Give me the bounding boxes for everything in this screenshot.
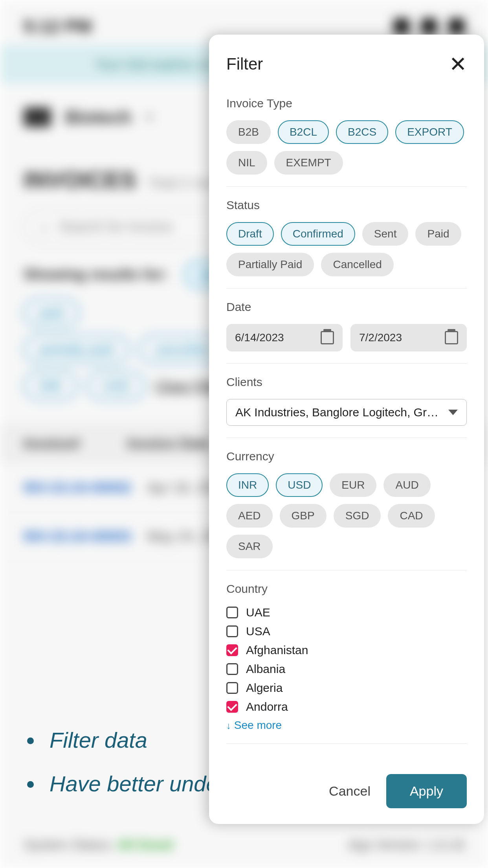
date-to-input[interactable]: 7/2/2023 (350, 324, 467, 351)
section-status: Status DraftConfirmedSentPaidPartially P… (226, 187, 467, 289)
clients-select[interactable]: AK Industries, Banglore Logitech, Gr… (226, 399, 467, 426)
country-label: UAE (246, 606, 270, 619)
section-currency: Currency INRUSDEURAUDAEDGBPSGDCADSAR (226, 438, 467, 570)
status-chip-partially-paid[interactable]: Partially Paid (226, 253, 314, 276)
currency-chip-inr[interactable]: INR (226, 473, 269, 497)
currency-chip-sgd[interactable]: SGD (334, 504, 381, 528)
country-label: USA (246, 625, 270, 638)
filter-chip[interactable]: partially paid (24, 335, 129, 364)
country-checkbox-albania[interactable]: Albania (226, 662, 467, 676)
country-label: Albania (246, 662, 285, 676)
apply-button[interactable]: Apply (386, 774, 467, 808)
invoice-type-chip-exempt[interactable]: EXEMPT (274, 151, 343, 175)
country-checkbox-usa[interactable]: USA (226, 625, 467, 638)
calendar-icon (321, 331, 334, 344)
currency-chip-eur[interactable]: EUR (330, 473, 376, 497)
signal-icon (421, 18, 437, 34)
country-checkbox-algeria[interactable]: Algeria (226, 681, 467, 695)
country-checkbox-afghanistan[interactable]: Afghanistan (226, 644, 467, 657)
date-to-value: 7/2/2023 (359, 331, 402, 344)
chevron-down-icon[interactable]: ▾ (146, 109, 153, 125)
page-title: INVOICES (24, 166, 136, 193)
currency-chip-gbp[interactable]: GBP (280, 504, 327, 528)
status-chip-sent[interactable]: Sent (362, 222, 409, 246)
section-date: Date 6/14/2023 7/2/2023 (226, 289, 467, 364)
filter-chip[interactable]: INR (24, 371, 77, 400)
invoice-type-chip-nil[interactable]: NIL (226, 151, 267, 175)
country-label: Afghanistan (246, 644, 308, 657)
invoice-type-chip-b2cs[interactable]: B2CS (336, 120, 388, 144)
checkbox-icon (226, 663, 238, 675)
country-checkbox-andorra[interactable]: Andorra (226, 700, 467, 714)
wifi-icon (394, 18, 409, 34)
col-invoice: Invoice# (24, 436, 80, 452)
see-more-link[interactable]: ↓ See more (226, 719, 467, 732)
currency-chip-aud[interactable]: AUD (383, 473, 430, 497)
caret-down-icon (448, 410, 458, 415)
battery-icon (449, 18, 464, 34)
currency-chip-aed[interactable]: AED (226, 504, 273, 528)
footer: System Status: All Good App Version: 1.6… (0, 821, 488, 868)
invoice-type-chip-b2cl[interactable]: B2CL (278, 120, 329, 144)
status-chip-paid[interactable]: Paid (415, 222, 461, 246)
status-chip-confirmed[interactable]: Confirmed (281, 222, 355, 246)
checkbox-icon (226, 682, 238, 694)
currency-chip-usd[interactable]: USD (276, 473, 323, 497)
clients-value: AK Industries, Banglore Logitech, Gr… (235, 406, 438, 419)
country-label: Andorra (246, 700, 288, 714)
section-country: Country UAEUSAAfghanistanAlbaniaAlgeriaA… (226, 570, 467, 744)
status-chip-draft[interactable]: Draft (226, 222, 274, 246)
section-label: Invoice Type (226, 97, 467, 110)
search-icon: ⌕ (40, 219, 49, 235)
close-icon[interactable]: ✕ (449, 53, 467, 75)
date-from-value: 6/14/2023 (235, 331, 284, 344)
invoice-type-chip-b2b[interactable]: B2B (226, 120, 271, 144)
filter-chip[interactable]: paid (24, 298, 79, 327)
date-from-input[interactable]: 6/14/2023 (226, 324, 343, 351)
menu-icon[interactable] (24, 107, 51, 127)
invoice-type-chip-export[interactable]: EXPORT (395, 120, 464, 144)
status-time: 5:12 PM (24, 16, 92, 37)
country-label: Algeria (246, 681, 283, 695)
checkbox-icon (226, 607, 238, 618)
section-label: Status (226, 199, 467, 212)
currency-chip-sar[interactable]: SAR (226, 535, 273, 558)
results-label: Showing results for: (24, 266, 168, 283)
status-chip-cancelled[interactable]: Cancelled (321, 253, 394, 276)
section-clients: Clients AK Industries, Banglore Logitech… (226, 364, 467, 438)
currency-chip-cad[interactable]: CAD (388, 504, 435, 528)
country-checkbox-uae[interactable]: UAE (226, 606, 467, 619)
calendar-icon (445, 331, 458, 344)
col-date: Invoice Date (127, 436, 211, 452)
section-invoice-type: Invoice Type B2BB2CLB2CSEXPORTNILEXEMPT (226, 85, 467, 187)
section-label: Date (226, 300, 467, 314)
modal-title: Filter (226, 55, 263, 74)
section-label: Country (226, 582, 467, 596)
filter-chip[interactable]: USD (87, 371, 146, 400)
filter-modal: Filter ✕ Invoice Type B2BB2CLB2CSEXPORTN… (209, 35, 484, 824)
search-placeholder: Search for Invoice (59, 219, 173, 235)
checkbox-icon (226, 701, 238, 713)
org-name: Biotech (65, 107, 132, 128)
section-label: Clients (226, 375, 467, 389)
cancel-button[interactable]: Cancel (329, 783, 371, 799)
checkbox-icon (226, 644, 238, 656)
checkbox-icon (226, 625, 238, 637)
section-label: Currency (226, 450, 467, 463)
